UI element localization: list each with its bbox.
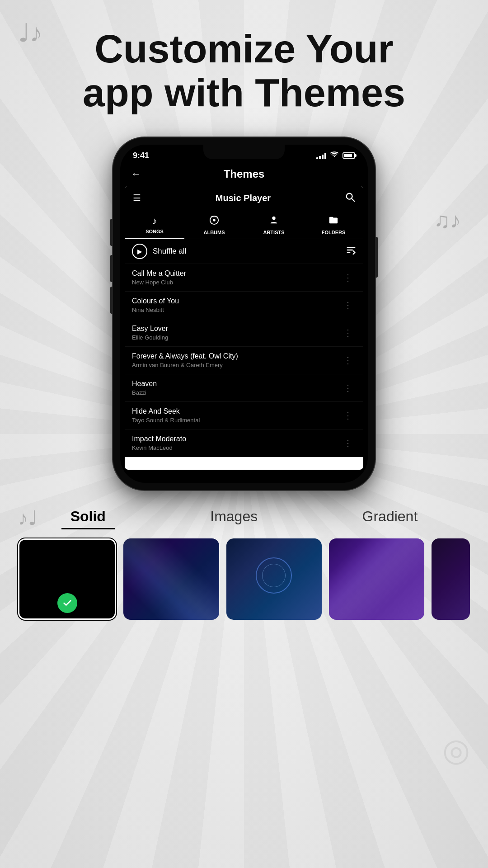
more-menu-4[interactable]: ⋮ [340, 353, 356, 368]
inner-screen: ☰ Music Player ♪ SONGS [125, 186, 363, 470]
song-item-6[interactable]: Hide And Seek Tayo Sound & Rudimental ⋮ [125, 402, 363, 429]
inner-app-header: ☰ Music Player [125, 186, 363, 211]
more-menu-6[interactable]: ⋮ [340, 408, 356, 423]
song-item-4[interactable]: Forever & Always (feat. Owl City) Armin … [125, 347, 363, 374]
song-info-5: Heaven Bazzi [132, 380, 340, 396]
tab-songs[interactable]: ♪ SONGS [125, 211, 184, 239]
theme-card-dark[interactable] [432, 538, 470, 620]
theme-card-solid[interactable] [18, 538, 116, 620]
song-info-4: Forever & Always (feat. Owl City) Armin … [132, 352, 340, 368]
shuffle-left: ▶ Shuffle all [132, 244, 186, 259]
inner-app-title: Music Player [216, 193, 271, 203]
themes-screen-title: Themes [224, 168, 265, 180]
music-note-bottom-right: ◎ [442, 731, 470, 769]
theme-card-cosmic[interactable] [226, 538, 322, 620]
more-menu-2[interactable]: ⋮ [340, 298, 356, 312]
song-item-5[interactable]: Heaven Bazzi ⋮ [125, 374, 363, 402]
theme-tab-images[interactable]: Images [201, 504, 267, 529]
song-list: Call Me a Quitter New Hope Club ⋮ Colour… [125, 264, 363, 457]
svg-point-5 [272, 216, 275, 219]
header: Customize Your app with Themes [0, 0, 488, 128]
more-menu-5[interactable]: ⋮ [340, 381, 356, 395]
tab-folders[interactable]: FOLDERS [304, 211, 363, 239]
theme-tab-solid[interactable]: Solid [61, 504, 115, 529]
folders-icon [328, 215, 338, 228]
app-header: ← Themes [120, 164, 368, 186]
navigation-tabs: ♪ SONGS ALBUMS ARTISTS [125, 211, 363, 239]
wifi-icon [330, 151, 339, 160]
back-arrow-icon[interactable]: ← [131, 168, 141, 180]
albums-icon [209, 215, 219, 228]
more-menu-1[interactable]: ⋮ [340, 270, 356, 285]
song-item-7[interactable]: Impact Moderato Kevin MacLeod ⋮ [125, 429, 363, 457]
shuffle-row: ▶ Shuffle all [125, 239, 363, 264]
song-item-1[interactable]: Call Me a Quitter New Hope Club ⋮ [125, 264, 363, 292]
selected-check-icon [57, 593, 77, 613]
phone-mockup: 9:41 [0, 137, 488, 490]
song-item-2[interactable]: Colours of You Nina Nesbitt ⋮ [125, 292, 363, 319]
tab-artists[interactable]: ARTISTS [244, 211, 304, 239]
songs-icon: ♪ [152, 215, 157, 227]
theme-card-blue[interactable] [123, 538, 219, 620]
status-right [316, 151, 355, 160]
themes-section: Solid Images Gradient [0, 504, 488, 620]
more-menu-3[interactable]: ⋮ [340, 326, 356, 340]
song-info-7: Impact Moderato Kevin MacLeod [132, 435, 340, 451]
header-title: Customize Your app with Themes [27, 27, 461, 115]
song-info-6: Hide And Seek Tayo Sound & Rudimental [132, 407, 340, 424]
phone-frame: 9:41 [113, 137, 375, 490]
theme-tab-gradient[interactable]: Gradient [353, 504, 427, 529]
hamburger-icon[interactable]: ☰ [133, 193, 141, 203]
song-info-2: Colours of You Nina Nesbitt [132, 297, 340, 313]
phone-notch [203, 145, 285, 159]
signal-bars [316, 152, 326, 159]
song-info-1: Call Me a Quitter New Hope Club [132, 269, 340, 286]
phone-screen: 9:41 [120, 145, 368, 483]
theme-card-purple[interactable] [329, 538, 424, 620]
artists-icon [269, 215, 279, 228]
shuffle-label: Shuffle all [153, 247, 186, 256]
svg-rect-4 [211, 216, 218, 217]
search-icon[interactable] [345, 192, 355, 204]
play-button[interactable]: ▶ [132, 244, 147, 259]
tab-albums[interactable]: ALBUMS [184, 211, 244, 239]
svg-point-3 [213, 219, 216, 222]
theme-grid [18, 538, 470, 620]
sort-icon[interactable] [346, 245, 356, 257]
more-menu-7[interactable]: ⋮ [340, 436, 356, 450]
status-time: 9:41 [133, 151, 149, 160]
song-info-3: Easy Lover Ellie Goulding [132, 325, 340, 341]
battery-icon [343, 152, 355, 159]
themes-tabs: Solid Images Gradient [18, 504, 470, 529]
svg-line-1 [352, 198, 354, 201]
song-item-3[interactable]: Easy Lover Ellie Goulding ⋮ [125, 319, 363, 347]
